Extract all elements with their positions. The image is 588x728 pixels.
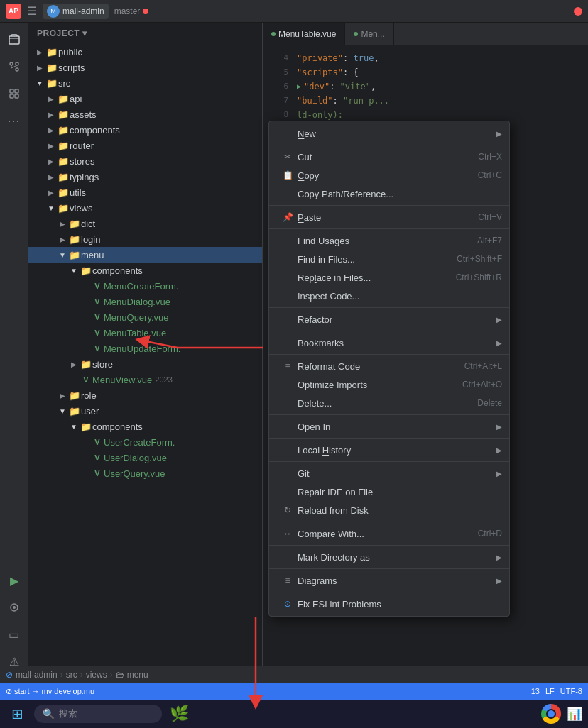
tree-item-UserCreateForm[interactable]: V UserCreateForm.	[28, 434, 262, 450]
tree-item-stores[interactable]: ▶ 📁 stores	[28, 153, 262, 169]
arrow-public: ▶	[34, 48, 45, 56]
menu-item-diagrams[interactable]: ≡ Diagrams	[269, 571, 509, 590]
hamburger-button[interactable]: ☰	[27, 4, 37, 18]
tree-item-public[interactable]: ▶ 📁 public	[28, 44, 262, 60]
menu-item-repair[interactable]: Repair IDE on File	[269, 482, 509, 501]
vue-icon-MenuView: V	[80, 375, 92, 384]
menu-item-bookmarks[interactable]: Bookmarks	[269, 333, 509, 352]
tree-item-role[interactable]: ▶ 📁 role	[28, 387, 262, 403]
tree-item-typings[interactable]: ▶ 📁 typings	[28, 169, 262, 184]
menu-label-open-in: Open In	[298, 421, 330, 432]
menu-label-replace-files: Replace in Files...	[298, 272, 371, 283]
tree-item-UserQuery[interactable]: V UserQuery.vue	[28, 465, 262, 481]
svg-point-2	[16, 68, 18, 71]
line-num-7: 7	[268, 94, 288, 108]
tree-item-assets[interactable]: ▶ 📁 assets	[28, 106, 262, 122]
menu-item-cut[interactable]: ✂ Cut Ctrl+X	[269, 148, 509, 166]
status-bar: ⊘ start → mv develop.mu 13 LF UTF-8	[0, 683, 588, 700]
tree-item-MenuView[interactable]: V MenuView.vue 2023	[28, 372, 262, 387]
menu-item-find-usages[interactable]: Find Usages Alt+F7	[269, 231, 509, 250]
menu-item-copy-path[interactable]: Copy Path/Reference...	[269, 184, 509, 203]
code-line-7: 7 "build": "run-p...	[263, 94, 588, 108]
tree-item-api[interactable]: ▶ 📁 api	[28, 91, 262, 106]
menu-item-local-history[interactable]: Local History	[269, 441, 509, 459]
shortcut-paste: Ctrl+V	[478, 212, 502, 222]
divider-12	[269, 568, 509, 569]
tree-item-views[interactable]: ▼ 📁 views	[28, 200, 262, 216]
vue-icon-UserDialog: V	[91, 453, 104, 462]
menu-item-new[interactable]: New	[269, 124, 509, 143]
menu-item-optimize[interactable]: Optimize Imports Ctrl+Alt+O	[269, 375, 509, 394]
menu-item-mark-dir[interactable]: Mark Directory as	[269, 548, 509, 566]
vue-dot	[271, 32, 276, 36]
label-login: login	[81, 234, 100, 245]
code-line-8: 8 ld-only):	[263, 108, 588, 122]
close-dot	[574, 7, 582, 16]
tree-item-menu[interactable]: ▼ 📁 menu	[28, 247, 262, 263]
svg-rect-0	[9, 36, 19, 44]
tree-item-user-components[interactable]: ▼ 📁 components	[28, 419, 262, 434]
menu-item-reload[interactable]: ↻ Reload from Disk	[269, 501, 509, 519]
menu-item-inspect[interactable]: Inspect Code...	[269, 287, 509, 305]
menu-label-delete: Delete...	[298, 398, 332, 409]
taskbar-search-box[interactable]: 🔍 搜索	[34, 705, 162, 723]
breadcrumb-src: src	[66, 670, 77, 680]
tree-item-store[interactable]: ▶ 📁 store	[28, 356, 262, 372]
git-icon[interactable]	[3, 55, 26, 78]
menu-item-replace-files[interactable]: Replace in Files... Ctrl+Shift+R	[269, 268, 509, 287]
menu-label-copy-path: Copy Path/Reference...	[298, 189, 393, 199]
menu-item-copy[interactable]: 📋 Copy Ctrl+C	[269, 166, 509, 184]
taskbar-chart-icon[interactable]: 📊	[567, 706, 582, 722]
tree-item-dict[interactable]: ▶ 📁 dict	[28, 216, 262, 231]
label-menu-components: components	[92, 265, 143, 276]
label-scripts: scripts	[58, 62, 85, 73]
tree-item-MenuCreateForm[interactable]: V MenuCreateForm.	[28, 278, 262, 294]
more-icon[interactable]: ···	[3, 109, 26, 132]
menu-item-delete[interactable]: Delete... Delete	[269, 394, 509, 412]
tree-item-scripts[interactable]: ▶ 📁 scripts	[28, 60, 262, 75]
taskbar-app-icon[interactable]: 🌿	[168, 702, 190, 725]
tree-item-login[interactable]: ▶ 📁 login	[28, 231, 262, 247]
terminal-icon[interactable]: ▭	[3, 623, 26, 646]
tree-item-MenuUpdateForm[interactable]: V MenuUpdateForm.	[28, 341, 262, 356]
folder-icon-src: 📁	[45, 78, 58, 89]
tree-item-components[interactable]: ▶ 📁 components	[28, 122, 262, 138]
label-dict: dict	[81, 219, 95, 229]
tab-Men[interactable]: Men...	[345, 23, 393, 45]
windows-start[interactable]: ⊞	[6, 702, 28, 725]
chrome-icon[interactable]	[541, 704, 561, 724]
menu-item-compare[interactable]: ↔ Compare With... Ctrl+D	[269, 524, 509, 543]
tree-item-MenuTable[interactable]: V MenuTable.vue	[28, 325, 262, 341]
tree-item-utils[interactable]: ▶ 📁 utils	[28, 184, 262, 200]
menu-item-git[interactable]: Git	[269, 464, 509, 482]
tree-item-user[interactable]: ▼ 📁 user	[28, 403, 262, 419]
modules-icon[interactable]	[3, 82, 26, 105]
breadcrumb-circle: ⊘	[6, 670, 13, 680]
tree-item-menu-components[interactable]: ▼ 📁 components	[28, 263, 262, 278]
project-icon[interactable]	[3, 28, 26, 51]
tree-item-src[interactable]: ▼ 📁 src	[28, 75, 262, 91]
divider-10	[269, 522, 509, 522]
menu-item-find-files[interactable]: Find in Files... Ctrl+Shift+F	[269, 250, 509, 268]
tree-item-router[interactable]: ▶ 📁 router	[28, 138, 262, 153]
tree-item-MenuQuery[interactable]: V MenuQuery.vue	[28, 309, 262, 325]
menu-item-eslint[interactable]: ⊙ Fix ESLint Problems	[269, 595, 509, 613]
tree-item-UserDialog[interactable]: V UserDialog.vue	[28, 450, 262, 465]
folder-icon-assets: 📁	[57, 109, 70, 120]
arrow-typings: ▶	[45, 173, 57, 181]
divider-8	[269, 438, 509, 439]
menu-item-refactor[interactable]: Refactor	[269, 310, 509, 329]
menu-label-repair: Repair IDE on File	[298, 487, 373, 497]
debug-icon[interactable]	[3, 596, 26, 619]
run-icon[interactable]: ▶	[3, 569, 26, 592]
menu-item-open-in[interactable]: Open In	[269, 417, 509, 436]
tree-item-MenuDialog[interactable]: V MenuDialog.vue	[28, 294, 262, 309]
label-router: router	[70, 140, 94, 151]
code-7: "build": "run-p...	[297, 94, 389, 108]
arrow-user-components: ▼	[68, 423, 80, 431]
tab-MenuTable[interactable]: MenuTable.vue	[263, 23, 345, 45]
menu-item-reformat[interactable]: ≡ Reformat Code Ctrl+Alt+L	[269, 357, 509, 375]
reload-icon: ↻	[281, 505, 295, 515]
menu-item-paste[interactable]: 📌 Paste Ctrl+V	[269, 208, 509, 226]
dirty-indicator	[143, 9, 148, 14]
